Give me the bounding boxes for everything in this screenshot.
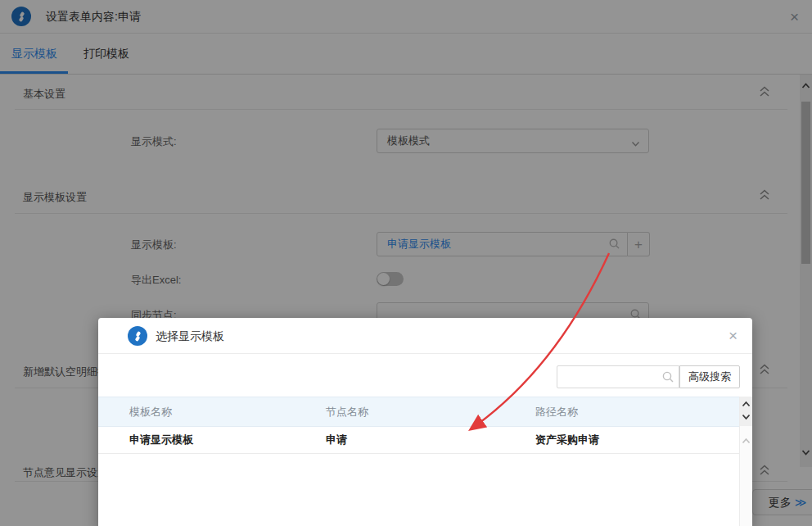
table-scroll-buttons xyxy=(740,397,752,426)
table-header-row: 模板名称 节点名称 路径名称 xyxy=(98,397,739,427)
table-row[interactable]: 申请显示模板 申请 资产采购申请 xyxy=(98,427,739,454)
scroll-up-icon[interactable] xyxy=(741,436,751,449)
screen: 设置表单内容:申请 × 显示模板 打印模板 基本设置 显示模式: 模板模式 显示… xyxy=(0,0,812,526)
col-header-path-name: 路径名称 xyxy=(535,397,578,426)
col-header-node-name: 节点名称 xyxy=(326,397,368,426)
col-header-template-name: 模板名称 xyxy=(129,397,172,426)
modal-header: 选择显示模板 × xyxy=(98,318,752,354)
modal-title: 选择显示模板 xyxy=(156,318,224,354)
advanced-search-button[interactable]: 高级搜索 xyxy=(679,365,740,388)
table-scrollbar[interactable] xyxy=(739,397,752,526)
cell-path-name: 资产采购申请 xyxy=(535,427,599,453)
app-logo-icon xyxy=(128,326,147,346)
cell-node-name: 申请 xyxy=(326,427,347,453)
modal-close-icon[interactable]: × xyxy=(729,318,738,354)
cell-template-name: 申请显示模板 xyxy=(129,427,193,453)
select-template-modal: 选择显示模板 × 高级搜索 模板名称 节点名称 路径名称 申请显示模板 申请 资… xyxy=(98,318,752,526)
modal-search-input[interactable] xyxy=(557,365,679,388)
scroll-down-icon[interactable] xyxy=(741,411,751,424)
scroll-up-icon[interactable] xyxy=(741,399,751,412)
